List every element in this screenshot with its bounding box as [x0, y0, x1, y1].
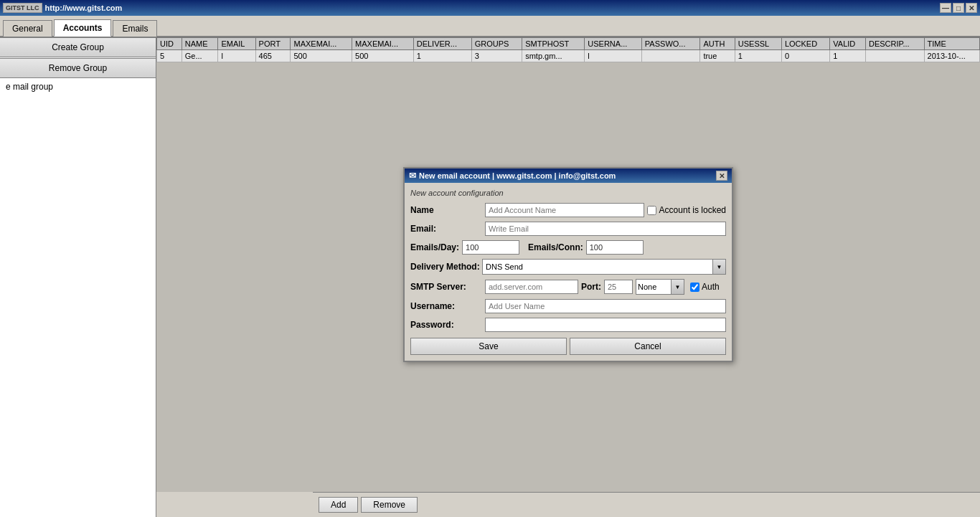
ssl-select[interactable]: None SSL TLS	[636, 279, 672, 295]
auth-checkbox-wrapper: Auth	[690, 282, 720, 292]
name-input[interactable]	[485, 203, 644, 217]
password-row: Password:	[410, 318, 726, 332]
emails-day-input[interactable]	[462, 240, 519, 255]
remove-group-button[interactable]: Remove Group	[0, 58, 156, 78]
save-button[interactable]: Save	[410, 338, 567, 355]
create-group-button[interactable]: Create Group	[0, 37, 156, 57]
port-input[interactable]	[604, 280, 633, 294]
bottom-bar: Add Remove	[313, 492, 980, 517]
title-bar: GITST LLC http://www.gitst.com — □ ✕	[0, 0, 980, 16]
email-input[interactable]	[485, 222, 726, 236]
tab-general[interactable]: General	[3, 20, 52, 37]
username-input[interactable]	[485, 299, 726, 313]
account-locked-row: Account is locked	[647, 205, 726, 215]
content-area: UID NAME EMAIL PORT MAXEMAI... MAXEMAI..…	[156, 37, 980, 517]
username-row: Username:	[410, 299, 726, 313]
app-logo: GITST LLC	[3, 3, 42, 13]
maximize-button[interactable]: □	[953, 3, 964, 13]
add-button[interactable]: Add	[319, 497, 358, 513]
dialog-buttons: Save Cancel	[410, 338, 726, 355]
username-label: Username:	[410, 301, 482, 311]
remove-button[interactable]: Remove	[361, 497, 418, 513]
dialog-title-left: ✉ New email account | www.gitst.com | in…	[409, 171, 616, 181]
account-locked-label: Account is locked	[659, 205, 726, 215]
smtp-label: SMTP Server:	[410, 282, 482, 292]
tab-accounts[interactable]: Accounts	[54, 19, 112, 37]
auth-checkbox[interactable]	[690, 283, 699, 292]
password-label: Password:	[410, 320, 482, 330]
name-label: Name	[410, 205, 482, 215]
auth-label: Auth	[702, 282, 720, 292]
emails-day-label: Emails/Day:	[410, 242, 459, 252]
dialog-close-button[interactable]: ✕	[716, 171, 727, 181]
smtp-row: SMTP Server: Port: None SSL TLS ▼	[410, 279, 726, 295]
delivery-dropdown-arrow[interactable]: ▼	[713, 259, 726, 275]
dialog-title-bar: ✉ New email account | www.gitst.com | in…	[405, 169, 732, 183]
dialog-section-title: New account configuration	[410, 189, 726, 197]
emails-conn-label: Emails/Conn:	[528, 242, 583, 252]
minimize-button[interactable]: —	[940, 3, 951, 13]
ssl-dropdown-arrow[interactable]: ▼	[672, 279, 684, 295]
window-controls: — □ ✕	[940, 3, 977, 13]
emails-conn-input[interactable]	[586, 240, 644, 255]
sidebar-item-email-group[interactable]: e mail group	[0, 79, 156, 95]
password-input[interactable]	[485, 318, 726, 332]
name-row: Name Account is locked	[410, 203, 726, 217]
title-bar-left: GITST LLC http://www.gitst.com	[3, 3, 122, 13]
dialog-body: New account configuration Name Account i…	[405, 183, 732, 361]
delivery-row: Delivery Method: DNS Send SMTP Sendmail …	[410, 259, 726, 275]
main-layout: Create Group Remove Group e mail group U…	[0, 37, 980, 517]
close-button[interactable]: ✕	[966, 3, 977, 13]
tab-bar: General Accounts Emails	[0, 16, 980, 37]
delivery-select[interactable]: DNS Send SMTP Sendmail	[482, 259, 713, 275]
new-account-dialog: ✉ New email account | www.gitst.com | in…	[403, 167, 733, 362]
delivery-label: Delivery Method:	[410, 262, 482, 272]
smtp-server-input[interactable]	[485, 280, 578, 294]
delivery-select-wrapper: DNS Send SMTP Sendmail ▼	[482, 259, 726, 275]
cancel-button[interactable]: Cancel	[570, 338, 726, 355]
email-row: Email:	[410, 222, 726, 236]
email-icon: ✉	[409, 171, 416, 181]
sidebar: Create Group Remove Group e mail group	[0, 37, 156, 517]
emails-day-conn-row: Emails/Day: Emails/Conn:	[410, 240, 726, 255]
email-label: Email:	[410, 224, 482, 234]
ssl-select-wrapper: None SSL TLS ▼	[636, 279, 684, 295]
title-bar-address: http://www.gitst.com	[45, 4, 123, 12]
dialog-title-text: New email account | www.gitst.com | info…	[419, 171, 616, 180]
tab-emails[interactable]: Emails	[113, 20, 157, 37]
modal-overlay: ✉ New email account | www.gitst.com | in…	[156, 37, 980, 492]
account-locked-checkbox[interactable]	[647, 206, 656, 215]
port-label: Port:	[581, 282, 601, 292]
